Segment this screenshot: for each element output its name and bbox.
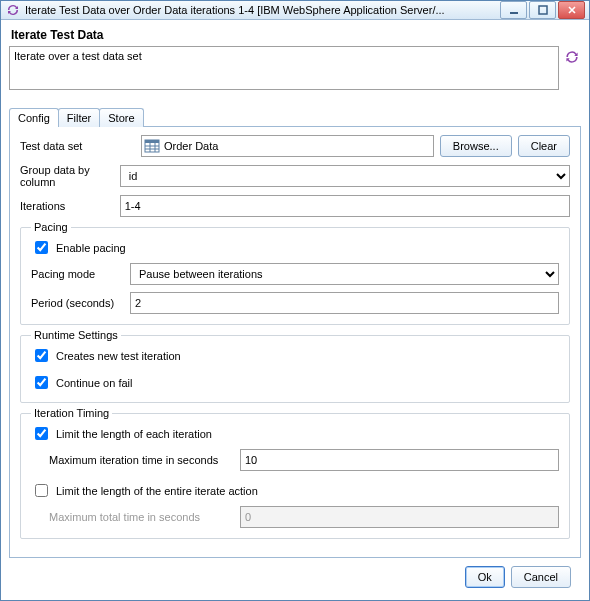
limit-each-checkbox[interactable]	[35, 427, 48, 440]
row-iterations: Iterations	[20, 195, 570, 217]
row-test-data-set: Test data set Order Data Browse... Clear	[20, 135, 570, 157]
cancel-button[interactable]: Cancel	[511, 566, 571, 588]
pacing-legend: Pacing	[31, 221, 71, 233]
limit-total-checkbox[interactable]	[35, 484, 48, 497]
close-button[interactable]	[558, 1, 585, 19]
limit-total-label: Limit the length of the entire iterate a…	[56, 485, 258, 497]
limit-each-label: Limit the length of each iteration	[56, 428, 212, 440]
limit-total-row: Limit the length of the entire iterate a…	[31, 481, 559, 500]
svg-rect-3	[145, 140, 159, 143]
pacing-mode-label: Pacing mode	[31, 268, 124, 280]
tab-panel-config: Test data set Order Data Browse... Clear	[9, 126, 581, 558]
tab-config[interactable]: Config	[9, 108, 59, 127]
max-each-label: Maximum iteration time in seconds	[49, 454, 234, 466]
svg-rect-0	[510, 12, 518, 14]
continue-on-fail-checkbox[interactable]	[35, 376, 48, 389]
dialog-heading: Iterate Test Data	[11, 28, 581, 42]
row-pacing-mode: Pacing mode Pause between iterations	[31, 263, 559, 285]
max-total-row: Maximum total time in seconds	[49, 506, 559, 528]
max-each-input[interactable]	[240, 449, 559, 471]
row-period: Period (seconds)	[31, 292, 559, 314]
test-data-set-value: Order Data	[164, 140, 218, 152]
dialog-content: Iterate Test Data Config Filter Store Te…	[1, 20, 589, 601]
tab-store[interactable]: Store	[99, 108, 143, 127]
continue-on-fail-row: Continue on fail	[31, 373, 559, 392]
limit-each-row: Limit the length of each iteration	[31, 424, 559, 443]
max-total-input	[240, 506, 559, 528]
test-data-set-label: Test data set	[20, 140, 135, 152]
enable-pacing-label: Enable pacing	[56, 242, 126, 254]
minimize-button[interactable]	[500, 1, 527, 19]
fieldset-runtime: Runtime Settings Creates new test iterat…	[20, 335, 570, 403]
window-controls	[500, 1, 585, 19]
timing-legend: Iteration Timing	[31, 407, 112, 419]
period-label: Period (seconds)	[31, 297, 124, 309]
enable-pacing-checkbox[interactable]	[35, 241, 48, 254]
new-iteration-label: Creates new test iteration	[56, 350, 181, 362]
test-data-set-field[interactable]: Order Data	[141, 135, 434, 157]
iterations-label: Iterations	[20, 200, 114, 212]
row-group-by: Group data by column id	[20, 164, 570, 188]
pacing-mode-select[interactable]: Pause between iterations	[130, 263, 559, 285]
clear-button[interactable]: Clear	[518, 135, 570, 157]
continue-on-fail-label: Continue on fail	[56, 377, 132, 389]
fieldset-pacing: Pacing Enable pacing Pacing mode Pause b…	[20, 227, 570, 325]
iterate-app-icon	[5, 2, 21, 18]
titlebar[interactable]: Iterate Test Data over Order Data iterat…	[1, 1, 589, 20]
runtime-legend: Runtime Settings	[31, 329, 121, 341]
dialog-window: Iterate Test Data over Order Data iterat…	[0, 0, 590, 601]
max-total-label: Maximum total time in seconds	[49, 511, 234, 523]
enable-pacing-row: Enable pacing	[31, 238, 559, 257]
period-input[interactable]	[130, 292, 559, 314]
group-by-select[interactable]: id	[120, 165, 570, 187]
fieldset-timing: Iteration Timing Limit the length of eac…	[20, 413, 570, 539]
description-input[interactable]	[9, 46, 559, 90]
description-row	[9, 46, 581, 90]
refresh-icon[interactable]	[563, 48, 581, 66]
dataset-icon	[144, 138, 160, 154]
ok-button[interactable]: Ok	[465, 566, 505, 588]
new-iteration-checkbox[interactable]	[35, 349, 48, 362]
dialog-footer: Ok Cancel	[9, 558, 581, 596]
tab-strip: Config Filter Store	[9, 108, 581, 127]
window-title: Iterate Test Data over Order Data iterat…	[25, 4, 500, 16]
tab-filter[interactable]: Filter	[58, 108, 100, 127]
maximize-button[interactable]	[529, 1, 556, 19]
new-iteration-row: Creates new test iteration	[31, 346, 559, 365]
svg-rect-1	[539, 6, 547, 14]
iterations-input[interactable]	[120, 195, 570, 217]
browse-button[interactable]: Browse...	[440, 135, 512, 157]
group-by-label: Group data by column	[20, 164, 114, 188]
max-each-row: Maximum iteration time in seconds	[49, 449, 559, 471]
